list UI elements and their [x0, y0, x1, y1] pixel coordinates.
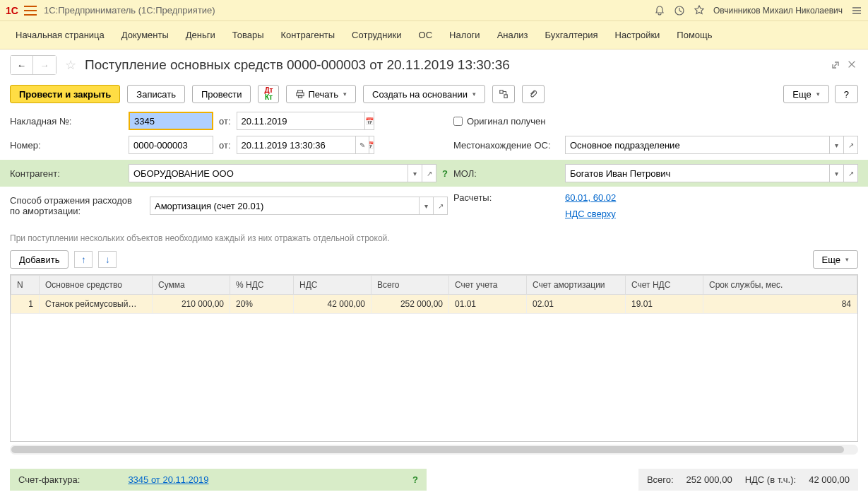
menu-item[interactable]: Помощь — [668, 24, 720, 46]
mol-label: МОЛ: — [453, 168, 559, 179]
cell-acct[interactable]: 01.01 — [449, 295, 527, 314]
invoice-factura-section: Счет-фактура: 3345 от 20.11.2019 ? — [10, 469, 427, 491]
window-title: 1С:Предприниматель (1С:Предприятие) — [44, 5, 215, 16]
table-empty-area[interactable] — [11, 314, 857, 441]
attachment-icon[interactable] — [522, 85, 545, 103]
dropdown-icon[interactable]: ▾ — [408, 164, 422, 182]
move-down-button[interactable]: ↓ — [98, 251, 117, 268]
table-more-button[interactable]: Еще — [813, 250, 858, 269]
user-name[interactable]: Овчинников Михаил Николаевич — [713, 6, 843, 16]
menu-item[interactable]: Анализ — [489, 24, 537, 46]
forward-button[interactable]: → — [33, 56, 56, 74]
star-icon[interactable] — [694, 5, 705, 16]
settings-bars-icon[interactable] — [851, 5, 862, 16]
structure-icon[interactable] — [492, 85, 515, 103]
col-vat[interactable]: НДС — [294, 276, 371, 295]
from-label: от: — [219, 116, 231, 127]
counterparty-input[interactable] — [129, 164, 408, 182]
dropdown-icon[interactable]: ▾ — [830, 136, 844, 154]
invoice-factura-link[interactable]: 3345 от 20.11.2019 — [128, 474, 208, 485]
cell-sum[interactable]: 210 000,00 — [153, 295, 230, 314]
svg-rect-4 — [500, 90, 503, 93]
help-button[interactable]: ? — [835, 85, 858, 103]
h-scrollbar[interactable] — [10, 445, 858, 455]
open-icon[interactable]: ↗ — [844, 164, 858, 182]
back-button[interactable]: ← — [11, 56, 33, 74]
page-header: ← → ☆ Поступление основных средств 0000-… — [0, 49, 868, 81]
menu-item[interactable]: Налоги — [441, 24, 489, 46]
cell-vatrate[interactable]: 20% — [230, 295, 294, 314]
original-received-checkbox[interactable] — [453, 117, 463, 126]
col-amort[interactable]: Счет амортизации — [527, 276, 626, 295]
menu-toggle-icon[interactable] — [24, 6, 37, 16]
invoice-factura-help-icon[interactable]: ? — [412, 474, 418, 485]
menu-item[interactable]: Бухгалтерия — [537, 24, 607, 46]
col-vatrate[interactable]: % НДС — [230, 276, 294, 295]
add-row-button[interactable]: Добавить — [10, 250, 69, 269]
cell-life[interactable]: 84 — [703, 295, 857, 314]
col-sum[interactable]: Сумма — [153, 276, 230, 295]
number-input[interactable] — [129, 136, 213, 154]
counterparty-help-icon[interactable]: ? — [442, 168, 448, 179]
menu-item[interactable]: Контрагенты — [273, 24, 344, 46]
invoice-no-input[interactable] — [129, 112, 213, 130]
vat-incl-value: 42 000,00 — [809, 474, 850, 485]
col-vatacct[interactable]: Счет НДС — [626, 276, 703, 295]
menu-item[interactable]: Настройки — [607, 24, 669, 46]
menu-item[interactable]: Товары — [224, 24, 273, 46]
cell-total[interactable]: 252 000,00 — [371, 295, 449, 314]
dropdown-icon[interactable]: ▾ — [830, 164, 844, 182]
invoice-no-label: Накладная №: — [10, 116, 123, 127]
vat-incl-label: НДС (в т.ч.): — [745, 474, 797, 485]
location-input[interactable] — [565, 136, 830, 154]
col-name[interactable]: Основное средство — [40, 276, 153, 295]
history-icon[interactable] — [674, 5, 685, 16]
menu-item[interactable]: ОС — [410, 24, 441, 46]
create-based-button[interactable]: Создать на основании — [363, 85, 485, 103]
col-n[interactable]: N — [11, 276, 40, 295]
cell-amort[interactable]: 02.01 — [527, 295, 626, 314]
move-up-button[interactable]: ↑ — [74, 251, 93, 268]
data-table: N Основное средство Сумма % НДС НДС Всег… — [11, 275, 857, 314]
main-menu: Начальная страница Документы Деньги Това… — [0, 21, 868, 49]
col-total[interactable]: Всего — [371, 276, 449, 295]
menu-item[interactable]: Сотрудники — [343, 24, 410, 46]
save-button[interactable]: Записать — [127, 85, 185, 103]
vat-mode-link[interactable]: НДС сверху — [565, 209, 616, 219]
cell-vat[interactable]: 42 000,00 — [294, 295, 371, 314]
data-table-wrap: N Основное средство Сумма % НДС НДС Всег… — [10, 274, 858, 442]
calendar-icon[interactable]: 📅 — [365, 112, 374, 130]
post-and-close-button[interactable]: Провести и закрыть — [10, 85, 120, 103]
cell-name[interactable]: Станок рейсмусовый… — [40, 295, 153, 314]
col-acct[interactable]: Счет учета — [449, 276, 527, 295]
location-label: Местонахождение ОС: — [453, 140, 559, 151]
bell-icon[interactable] — [654, 5, 665, 16]
open-icon[interactable]: ↗ — [844, 136, 858, 154]
cell-vatacct[interactable]: 19.01 — [626, 295, 703, 314]
menu-item[interactable]: Начальная страница — [7, 24, 113, 46]
post-button[interactable]: Провести — [192, 85, 251, 103]
link-icon[interactable] — [830, 59, 841, 71]
number-date-input[interactable] — [237, 136, 365, 154]
mol-input[interactable] — [565, 164, 830, 182]
print-label: Печать — [308, 89, 338, 100]
hint-text: При поступлении нескольких объектов необ… — [0, 229, 868, 247]
edit-datetime-icon[interactable]: ✎ — [355, 136, 369, 154]
favorite-star-icon[interactable]: ☆ — [65, 57, 76, 73]
titlebar: 1C 1С:Предприниматель (1С:Предприятие) О… — [0, 0, 868, 21]
invoice-date-input[interactable] — [237, 112, 365, 130]
table-row[interactable]: 1 Станок рейсмусовый… 210 000,00 20% 42 … — [11, 295, 857, 314]
menu-item[interactable]: Деньги — [177, 24, 224, 46]
print-button[interactable]: Печать — [286, 85, 356, 103]
open-icon[interactable]: ↗ — [434, 197, 448, 215]
cell-n[interactable]: 1 — [11, 295, 40, 314]
settlements-link[interactable]: 60.01, 60.02 — [565, 192, 616, 203]
more-button[interactable]: Еще — [783, 85, 828, 103]
dropdown-icon[interactable]: ▾ — [420, 197, 434, 215]
open-icon[interactable]: ↗ — [422, 164, 436, 182]
close-icon[interactable] — [847, 59, 858, 71]
expense-input[interactable] — [150, 197, 420, 215]
menu-item[interactable]: Документы — [113, 24, 177, 46]
col-life[interactable]: Срок службы, мес. — [703, 276, 857, 295]
dt-kt-button[interactable]: ДтКт — [258, 85, 279, 103]
